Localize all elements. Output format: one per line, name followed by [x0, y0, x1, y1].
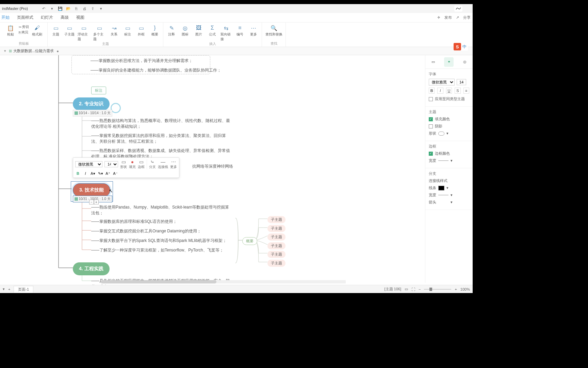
connector-button[interactable]: —连接线: [158, 159, 168, 169]
callout-tag[interactable]: 标注: [91, 87, 106, 94]
child-note[interactable]: ——熟练使用Pandas、Numpy、Matplotlib、Scikit-lea…: [91, 204, 231, 216]
sub-topic-placeholder[interactable]: 子主题: [267, 260, 285, 267]
more-qat-icon[interactable]: ▾: [99, 6, 103, 11]
redo-icon[interactable]: ▾: [50, 6, 54, 11]
width-dropdown-icon[interactable]: ▾: [451, 158, 453, 163]
publish-button[interactable]: 发布: [444, 15, 452, 20]
mindmap-canvas[interactable]: ——掌握数据分析思维方法，善于沟通并充分理解需求； ——掌握良好的业务建模能力，…: [0, 55, 425, 287]
floating-format-toolbar[interactable]: 微软雅黑 14 ▭形状 ●填充 ▭边框 ⤷分支 —连接线 ⋯更多 B I A▾ …: [73, 157, 179, 178]
shape-dropdown-icon[interactable]: ▾: [446, 131, 448, 136]
rail-tab-layout-icon[interactable]: ▭: [428, 57, 438, 67]
cut-button[interactable]: ✂ 剪切: [19, 25, 29, 29]
font-increase-button[interactable]: A⁺: [105, 171, 111, 176]
page-menu-icon[interactable]: ▾: [3, 287, 5, 291]
zoom-out-icon[interactable]: −: [419, 287, 421, 291]
fill-color-checkbox[interactable]: [429, 117, 433, 121]
bold-button[interactable]: B: [75, 171, 81, 176]
rail-font-family-select[interactable]: 微软雅黑: [429, 79, 455, 86]
summary-node[interactable]: 概要: [242, 237, 257, 245]
shadow-checkbox[interactable]: [429, 124, 433, 128]
child-note[interactable]: ——掌握交互式数据挖掘分析工具Orange Dataming的使用；: [91, 228, 201, 234]
more-insert-button[interactable]: ⋯更多: [248, 25, 259, 37]
send-icon[interactable]: ✈: [437, 15, 440, 20]
fit-icon[interactable]: ⛶: [411, 287, 415, 291]
rail-underline-button[interactable]: U: [446, 88, 452, 94]
child-note[interactable]: ——掌握数据分析思维方法，善于沟通并充分理解需求；: [91, 58, 193, 64]
italic-button[interactable]: I: [83, 171, 88, 176]
rail-italic-button[interactable]: I: [437, 88, 443, 94]
doc-tab-dropdown-icon[interactable]: ▾: [4, 49, 6, 53]
copy-button[interactable]: ⎘ 拷贝: [19, 30, 29, 35]
presentation-icon[interactable]: ▭: [405, 287, 408, 291]
topic-button[interactable]: ▭主题: [50, 25, 61, 37]
format-painter-button[interactable]: 🖌格式刷: [32, 25, 43, 37]
horizontal-scrollbar[interactable]: [101, 280, 346, 283]
line-color-chip[interactable]: [438, 186, 444, 190]
rail-tab-style-icon[interactable]: ✦: [444, 57, 454, 67]
rail-align-button[interactable]: ≡: [463, 88, 469, 94]
shape-preview[interactable]: [438, 132, 444, 136]
node-collapse-expand[interactable]: −+: [89, 200, 99, 204]
print-icon[interactable]: 🖨: [82, 6, 87, 11]
sub-topic-placeholder[interactable]: 子主题: [267, 233, 285, 241]
topic-2[interactable]: 2. 专业知识: [73, 97, 110, 110]
ime-indicator[interactable]: S 中: [454, 43, 473, 50]
menu-view[interactable]: 视图: [76, 15, 84, 20]
child-note[interactable]: ——掌握大数据平台下的Spark SQL查询语句和Spark MLlib机器学习…: [91, 238, 227, 244]
highlight-button[interactable]: ✎▾: [98, 171, 103, 176]
child-note[interactable]: 抗网络等深度神经网络: [192, 164, 233, 169]
multiple-topic-button[interactable]: ▭多个主题: [93, 25, 106, 42]
font-size-select[interactable]: 14: [104, 161, 118, 167]
branch-button[interactable]: ⤷分支: [149, 159, 156, 169]
child-note[interactable]: ——掌握良好的业务建模能力，能够协调数据团队、业务团队协同工作；: [91, 67, 221, 73]
relation-button[interactable]: ↝关系: [109, 25, 119, 37]
topic-3[interactable]: 3. 技术技能: [73, 183, 110, 197]
font-color-button[interactable]: A▾: [90, 171, 96, 176]
sub-topic-placeholder[interactable]: 子主题: [267, 225, 285, 232]
apply-all-checkbox[interactable]: [429, 97, 433, 101]
image-button[interactable]: 🖼图片: [193, 25, 204, 37]
font-family-select[interactable]: 微软雅黑: [75, 161, 102, 167]
line-dropdown-icon[interactable]: ▾: [446, 186, 448, 190]
topic-4[interactable]: 4. 工程实践: [73, 262, 110, 275]
export-icon[interactable]: ⎘: [74, 6, 79, 11]
share-button[interactable]: 分享: [463, 15, 471, 20]
shape-button[interactable]: ▭形状: [120, 159, 127, 169]
document-tab[interactable]: ⊞ 大数据数据...位能力需求 ●: [9, 48, 59, 53]
share-icon[interactable]: ⇪: [91, 6, 95, 11]
add-page-icon[interactable]: +: [8, 287, 10, 291]
child-note[interactable]: ——掌握数据库的原理和标准SQL语言的使用；: [91, 219, 177, 225]
marker-button[interactable]: ◎图标: [180, 25, 191, 37]
rail-bold-button[interactable]: B: [429, 88, 435, 94]
sub-topic-placeholder[interactable]: 子主题: [267, 242, 285, 249]
floating-topic-button[interactable]: ▭浮动主题: [78, 25, 91, 42]
sub-topic-placeholder[interactable]: 子主题: [267, 216, 285, 223]
callout-button[interactable]: ▭标注: [122, 25, 133, 37]
open-icon[interactable]: 📂: [66, 6, 71, 11]
child-note[interactable]: ——熟悉数据结构与算法，熟悉概率论、数理统计、线性代数、随机过程、最优化理论等 …: [91, 118, 231, 129]
border-button[interactable]: ▭边框: [138, 159, 145, 169]
child-note[interactable]: ——了解至少一种深度学习算法框架，如Tensorflow、PyTorch、飞桨等…: [91, 247, 224, 253]
arrow-dropdown-icon[interactable]: ▾: [451, 200, 453, 204]
find-replace-button[interactable]: 🔍查找和替换: [265, 25, 282, 37]
subtopic-button[interactable]: ▭子主题: [64, 25, 75, 37]
child-note[interactable]: ——掌握常见数据挖掘算法的原理和应用，如分类算法、聚类算法、回归算法、关联分析 …: [91, 133, 231, 144]
sub-topic-placeholder[interactable]: 子主题: [267, 251, 285, 258]
formula-button[interactable]: Σ公式: [207, 25, 218, 37]
menu-slide[interactable]: 幻灯片: [41, 15, 53, 20]
zoom-in-icon[interactable]: +: [455, 287, 457, 291]
note-button[interactable]: ✎注释: [166, 25, 177, 37]
menu-page-style[interactable]: 页面样式: [17, 15, 33, 20]
share-arrow-icon[interactable]: ↗: [456, 15, 459, 20]
hyperlink-button[interactable]: ⇆双向链接: [220, 25, 232, 42]
undo-icon[interactable]: ↶: [42, 6, 46, 11]
more-button[interactable]: ⋯更多: [170, 159, 177, 169]
paste-button[interactable]: 📋粘贴: [5, 25, 16, 37]
numbering-button[interactable]: ≡编号: [234, 25, 245, 37]
branch-width-dropdown-icon[interactable]: ▾: [451, 193, 453, 197]
save-icon[interactable]: 💾: [58, 6, 63, 11]
zoom-slider[interactable]: [424, 289, 451, 290]
rail-tab-info-icon[interactable]: ◎: [460, 57, 470, 67]
menu-start[interactable]: 开始: [1, 15, 10, 20]
summary-button[interactable]: }概要: [149, 25, 160, 37]
